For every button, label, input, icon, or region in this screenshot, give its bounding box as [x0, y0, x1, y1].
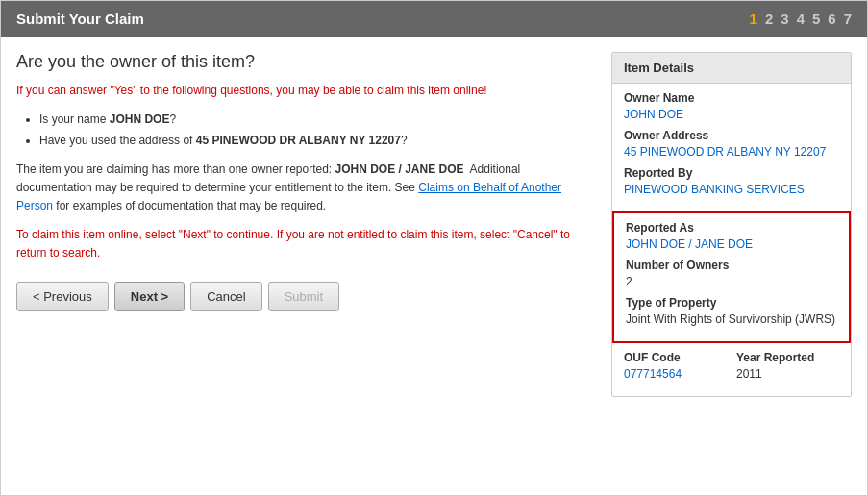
reported-as-label: Reported As: [626, 221, 837, 235]
body-text-2: To claim this item online, select "Next"…: [16, 226, 596, 262]
section-heading: Are you the owner of this item?: [16, 52, 596, 72]
owner-address-value: 45 PINEWOOD DR ALBANY NY 12207: [624, 144, 839, 161]
right-panel: Item Details Owner Name JOHN DOE Owner A…: [611, 52, 852, 397]
step-1: 1: [750, 11, 757, 27]
owner-name-value: JOHN DOE: [624, 107, 839, 123]
bullet-item-2: Have you used the address of 45 PINEWOOD…: [39, 132, 596, 149]
right-panel-header: Item Details: [612, 53, 851, 84]
bottom-section: OUF Code 077714564 Year Reported 2011: [612, 343, 851, 396]
num-owners-label: Number of Owners: [626, 259, 837, 272]
bullet-item-1: Is your name JOHN DOE?: [39, 111, 596, 128]
owner-name-label: Owner Name: [624, 91, 839, 105]
page-header: Submit Your Claim 1 2 3 4 5 6 7: [1, 1, 867, 37]
step-5: 5: [812, 11, 820, 27]
intro-text: If you can answer "Yes" to the following…: [16, 82, 596, 99]
type-value: Joint With Rights of Survivorship (JWRS): [626, 311, 837, 328]
ouf-label: OUF Code: [624, 351, 727, 364]
owner-name-section: Owner Name JOHN DOE Owner Address 45 PIN…: [612, 84, 851, 211]
previous-button[interactable]: < Previous: [16, 282, 109, 311]
bullet-list: Is your name JOHN DOE? Have you used the…: [16, 111, 596, 149]
reported-by-label: Reported By: [624, 166, 839, 180]
step-indicators: 1 2 3 4 5 6 7: [750, 11, 852, 27]
highlighted-section: Reported As JOHN DOE / JANE DOE Number o…: [612, 211, 851, 342]
step-7: 7: [844, 11, 852, 27]
year-label: Year Reported: [736, 351, 839, 364]
claims-link[interactable]: Claims on Behalf of Another Person: [16, 181, 561, 212]
owner-names: JOHN DOE / JANE DOE: [335, 162, 464, 176]
owner-address-label: Owner Address: [624, 129, 839, 142]
page-title: Submit Your Claim: [16, 11, 144, 27]
main-content: Are you the owner of this item? If you c…: [1, 37, 867, 412]
submit-button[interactable]: Submit: [268, 282, 339, 311]
step-3: 3: [781, 11, 788, 27]
cancel-button[interactable]: Cancel: [190, 282, 261, 311]
ouf-col: OUF Code 077714564: [624, 351, 727, 388]
num-owners-value: 2: [626, 274, 837, 290]
next-button[interactable]: Next >: [114, 282, 185, 311]
body-text-1: The item you are claiming has more than …: [16, 161, 596, 216]
type-label: Type of Property: [626, 296, 837, 310]
step-4: 4: [797, 11, 805, 27]
step-2: 2: [765, 11, 773, 27]
left-panel: Are you the owner of this item? If you c…: [16, 52, 596, 397]
step-6: 6: [828, 11, 835, 27]
year-value: 2011: [736, 366, 839, 383]
bullet-name: JOHN DOE: [110, 112, 170, 126]
reported-as-value: JOHN DOE / JANE DOE: [626, 236, 837, 253]
reported-by-value: PINEWOOD BANKING SERVICES: [624, 182, 839, 198]
button-row: < Previous Next > Cancel Submit: [16, 282, 596, 311]
ouf-value: 077714564: [624, 366, 727, 383]
bullet-address: 45 PINEWOOD DR ALBANY NY 12207: [196, 134, 401, 147]
year-col: Year Reported 2011: [736, 351, 839, 388]
